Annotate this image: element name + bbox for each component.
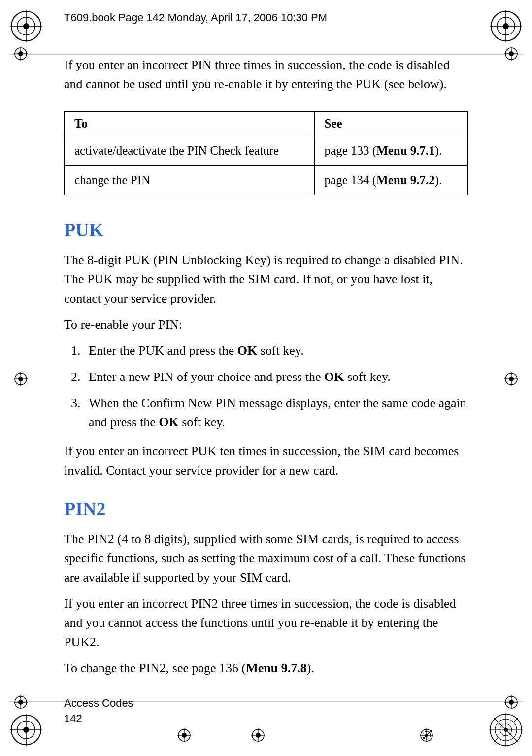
svg-point-4 [23, 23, 29, 29]
pin2-para2: If you enter an incorrect PIN2 three tim… [64, 594, 468, 652]
pin2-heading: PIN2 [64, 498, 468, 519]
reg-mark-bot-left [177, 728, 191, 742]
intro-paragraph: If you enter an incorrect PIN three time… [64, 55, 468, 94]
corner-mark-tl [9, 9, 43, 43]
table-row: change the PIN page 134 (Menu 9.7.2). [65, 166, 468, 195]
info-table: To See activate/deactivate the PIN Check… [64, 111, 468, 195]
reg-mark-bot-right [420, 728, 433, 742]
corner-mark-bl [9, 713, 43, 747]
puk-heading: PUK [64, 219, 468, 241]
reg-mark-left-bot [14, 695, 28, 709]
puk-step-3: When the Confirm New PIN message display… [84, 393, 468, 432]
pin2-para3-bold: Menu 9.7.8 [246, 661, 307, 675]
table-cell-action-2: change the PIN [65, 166, 315, 195]
footer: Access Codes 142 [64, 696, 468, 726]
puk-para1: The 8-digit PUK (PIN Unblocking Key) is … [64, 250, 468, 308]
svg-point-9 [503, 23, 509, 29]
table-cell-ref-1: page 133 (Menu 9.7.1). [314, 136, 467, 166]
reg-mark-right-bot [504, 695, 518, 709]
puk-para2: To re-enable your PIN: [64, 315, 468, 334]
header-bar: T609.book Page 142 Monday, April 17, 200… [0, 0, 532, 35]
table-header-to: To [65, 112, 315, 136]
corner-mark-tr [489, 9, 523, 43]
header-text: T609.book Page 142 Monday, April 17, 200… [64, 11, 327, 24]
svg-point-14 [23, 727, 29, 733]
page-container: T609.book Page 142 Monday, April 17, 200… [0, 0, 532, 756]
reg-mark-right-mid [504, 372, 518, 386]
footer-line2: 142 [64, 711, 468, 726]
table-cell-action-1: activate/deactivate the PIN Check featur… [65, 136, 315, 166]
table-row: activate/deactivate the PIN Check featur… [65, 136, 468, 166]
pin2-para3: To change the PIN2, see page 136 (Menu 9… [64, 658, 468, 678]
table-cell-ref-2: page 134 (Menu 9.7.2). [314, 166, 467, 195]
puk-para3: If you enter an incorrect PUK ten times … [64, 442, 468, 480]
reg-mark-left-mid [14, 372, 28, 386]
corner-mark-br [489, 713, 523, 747]
reg-mark-bot-mid [251, 728, 265, 742]
reg-mark-left-top [14, 47, 28, 61]
footer-line1: Access Codes [64, 696, 468, 711]
table-header-see: See [314, 112, 467, 136]
main-content: If you enter an incorrect PIN three time… [64, 35, 468, 697]
puk-steps-list: Enter the PUK and press the OK soft key.… [84, 341, 468, 432]
pin2-para3-after: ). [307, 661, 314, 675]
puk-step-1: Enter the PUK and press the OK soft key. [84, 341, 468, 360]
puk-step-2: Enter a new PIN of your choice and press… [84, 367, 468, 386]
reg-mark-right-top [504, 47, 518, 61]
pin2-para3-before: To change the PIN2, see page 136 ( [64, 661, 246, 675]
pin2-para1: The PIN2 (4 to 8 digits), supplied with … [64, 529, 468, 587]
